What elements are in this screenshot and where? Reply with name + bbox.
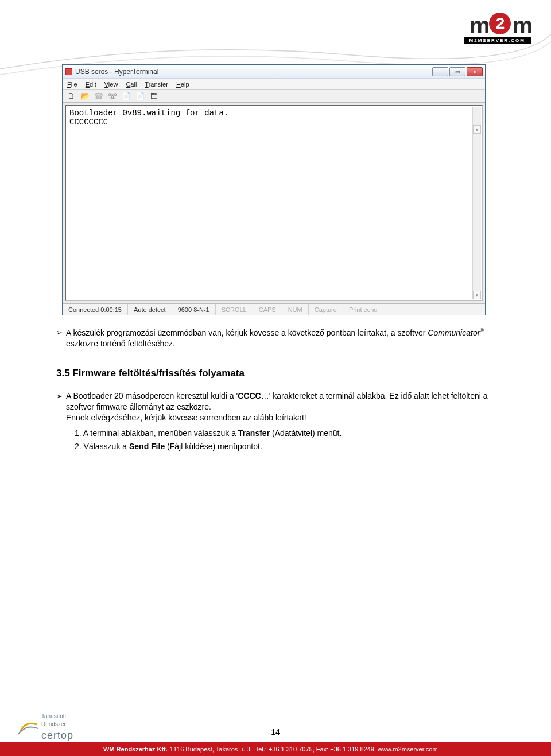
- status-caps: CAPS: [253, 304, 282, 315]
- hyperterminal-window: USB soros - HyperTerminal — ▭ x File Edi…: [62, 64, 486, 315]
- section-heading-35: 3.5 Firmware feltöltés/frissítés folyama…: [56, 367, 495, 380]
- registered-mark: ®: [480, 328, 484, 333]
- step2-sendfile: Send File: [129, 442, 165, 451]
- step-1: 1. A terminal ablakban, menüben válasszu…: [75, 428, 495, 439]
- open-icon[interactable]: 📂: [80, 92, 90, 101]
- minimize-button[interactable]: —: [432, 67, 448, 76]
- terminal-line-1: Bootloader 0v89.waiting for data.: [69, 108, 228, 118]
- step1-transfer: Transfer: [238, 428, 270, 438]
- svg-rect-0: [65, 68, 72, 75]
- menu-call[interactable]: Call: [126, 81, 137, 88]
- terminal-line-2: CCCCCCCC: [69, 118, 108, 127]
- step-2: 2. Válasszuk a Send File (Fájl küldése) …: [75, 441, 495, 452]
- bullet1-text-c: eszközre történő feltöltéséhez.: [66, 339, 175, 348]
- maximize-button[interactable]: ▭: [449, 67, 465, 76]
- status-capture: Capture: [309, 304, 343, 315]
- footer-red-bar: WM Rendszerház Kft. 1116 Budapest, Takar…: [0, 742, 551, 756]
- menu-edit[interactable]: Edit: [86, 81, 96, 88]
- bullet1-communicator: Communicator: [428, 328, 480, 337]
- header-logo: m 2 m M2MSERVER.COM: [464, 13, 531, 44]
- logo-red-circle-2: 2: [489, 13, 511, 34]
- window-titlebar: USB soros - HyperTerminal — ▭ x: [63, 65, 485, 79]
- call-icon[interactable]: ☎: [94, 92, 104, 101]
- footer-address: 1116 Budapest, Takaros u. 3., Tel.: +36 …: [170, 746, 438, 753]
- status-detect: Auto detect: [128, 304, 172, 315]
- properties-icon[interactable]: 🗔: [149, 92, 159, 101]
- step2-a: Válasszuk a: [84, 442, 129, 451]
- receive-icon[interactable]: 📄: [135, 92, 145, 101]
- bullet-item-1: ➢ A készülék programozási üzemmódban van…: [56, 327, 495, 349]
- bullet1-text-a: A készülék programozási üzemmódban van, …: [66, 328, 428, 337]
- hangup-icon[interactable]: ☏: [107, 92, 118, 101]
- logo-tagline: M2MSERVER.COM: [464, 37, 531, 44]
- terminal-output[interactable]: Bootloader 0v89.waiting for data. CCCCCC…: [65, 105, 483, 301]
- m2m-logo-mark: m 2 m: [464, 13, 531, 34]
- menubar: File Edit View Call Transfer Help: [63, 79, 485, 90]
- certop-name: certop: [41, 730, 73, 741]
- certop-line1: Tanúsított: [41, 713, 66, 719]
- chevron-icon: ➢: [56, 328, 63, 349]
- status-num: NUM: [282, 304, 309, 315]
- step1-a: A terminal ablakban, menüben válasszuk a: [83, 428, 238, 438]
- new-icon[interactable]: 🗋: [66, 92, 76, 101]
- send-icon[interactable]: 📄: [121, 92, 131, 101]
- toolbar: 🗋 📂 ☎ ☏ 📄 📄 🗔: [63, 90, 485, 103]
- window-title: USB soros - HyperTerminal: [75, 68, 158, 76]
- logo-letter-m: m: [469, 16, 488, 34]
- menu-view[interactable]: View: [104, 81, 118, 88]
- window-controls: — ▭ x: [432, 67, 483, 76]
- close-button[interactable]: x: [467, 67, 483, 76]
- menu-file[interactable]: File: [67, 81, 77, 88]
- menu-help[interactable]: Help: [176, 81, 189, 88]
- bullet2-text-d: Ennek elvégzéséhez, kérjük kövesse sorre…: [66, 413, 306, 422]
- status-connected: Connected 0:00:15: [63, 304, 128, 315]
- document-body: ➢ A készülék programozási üzemmódban van…: [56, 327, 495, 454]
- ordered-steps: 1. A terminal ablakban, menüben válasszu…: [75, 428, 495, 452]
- chevron-icon: ➢: [56, 391, 63, 424]
- scroll-up-icon[interactable]: ▴: [473, 125, 481, 134]
- status-printecho: Print echo: [343, 304, 383, 315]
- logo-letter-m2: m: [512, 16, 531, 34]
- app-icon: [65, 68, 73, 76]
- page-footer: Tanúsított Rendszer certop ISO 9001 WM R…: [0, 715, 551, 756]
- status-settings: 9600 8-N-1: [172, 304, 216, 315]
- step2-c: (Fájl küldése) menüpontot.: [165, 442, 262, 451]
- status-scroll: SCROLL: [216, 304, 253, 315]
- bullet-item-2: ➢ A Bootloader 20 másodpercen keresztül …: [56, 391, 495, 423]
- step1-c: (Adatátvitel) menüt.: [270, 428, 342, 438]
- scroll-down-icon[interactable]: ▾: [473, 291, 481, 299]
- certop-line2: Rendszer: [41, 721, 66, 727]
- footer-company: WM Rendszerház Kft.: [103, 746, 168, 753]
- bullet2-text-a: A Bootloader 20 másodpercen keresztül kü…: [66, 391, 238, 400]
- terminal-scrollbar[interactable]: ▴ ▾: [472, 107, 481, 299]
- statusbar: Connected 0:00:15 Auto detect 9600 8-N-1…: [63, 303, 485, 315]
- menu-transfer[interactable]: Transfer: [145, 81, 168, 88]
- bullet2-cccc: CCCC: [238, 391, 261, 400]
